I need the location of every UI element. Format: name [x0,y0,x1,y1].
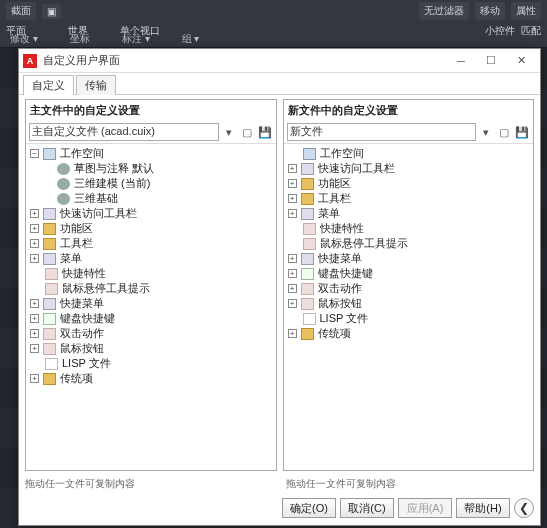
tree-node-label: 双击动作 [318,281,362,296]
tree-node[interactable]: +传统项 [286,326,532,341]
expand-icon[interactable]: + [288,254,297,263]
tree-node[interactable]: +快速访问工具栏 [286,161,532,176]
tab-customize[interactable]: 自定义 [23,75,74,95]
help-button[interactable]: 帮助(H) [456,498,510,518]
tree-node[interactable]: 鼠标悬停工具提示 [28,281,274,296]
tree-node[interactable]: +工具栏 [286,191,532,206]
expand-icon[interactable]: + [30,239,39,248]
tree-node[interactable]: 快捷特性 [286,221,532,236]
tree-node[interactable]: +键盘快捷键 [28,311,274,326]
ribbon-tab-groups[interactable]: 组 ▾ [182,32,200,46]
expand-icon[interactable]: + [30,224,39,233]
left-pane: 主文件中的自定义设置 主自定义文件 (acad.cuix) ▾ ▢ 💾 −工作空… [25,99,277,471]
close-button[interactable]: ✕ [506,51,536,71]
maximize-button[interactable]: ☐ [476,51,506,71]
expand-icon[interactable]: + [288,299,297,308]
tree-node[interactable]: LISP 文件 [286,311,532,326]
ribbon-tab-coords[interactable]: 坐标 [70,32,90,46]
ribbon-gizmo[interactable]: 小控件 [485,24,515,38]
left-pane-title: 主文件中的自定义设置 [26,100,276,121]
expand-icon[interactable]: + [288,164,297,173]
tree-node-label: 鼠标按钮 [60,341,104,356]
expand-icon[interactable]: + [288,209,297,218]
tree-node-label: 快速访问工具栏 [318,161,395,176]
expand-icon[interactable]: + [288,269,297,278]
twisty-spacer [288,239,299,248]
tree-node-label: 键盘快捷键 [60,311,115,326]
gear-icon [57,178,70,190]
tree-node[interactable]: 快捷特性 [28,266,274,281]
ribbon-tab-modify[interactable]: 修改 ▾ [10,32,38,46]
menu-icon [43,208,56,220]
expand-icon[interactable]: + [288,194,297,203]
left-file-combo[interactable]: 主自定义文件 (acad.cuix) [29,123,219,141]
open-icon[interactable]: ▢ [239,124,255,140]
tree-node[interactable]: 鼠标悬停工具提示 [286,236,532,251]
ribbon-tab-dims[interactable]: 标注 ▾ [122,32,150,46]
expand-button[interactable]: ❮ [514,498,534,518]
hand-icon [303,238,316,250]
hand-icon [45,268,58,280]
tree-node[interactable]: +功能区 [286,176,532,191]
expand-icon[interactable]: + [288,329,297,338]
ribbon-section-btn[interactable]: 截面 [6,2,36,20]
tree-node[interactable]: +工具栏 [28,236,274,251]
save-icon[interactable]: 💾 [257,124,273,140]
ribbon-props[interactable]: 属性 [511,2,541,20]
tree-node[interactable]: +快捷菜单 [28,296,274,311]
apply-button[interactable]: 应用(A) [398,498,452,518]
tree-node[interactable]: +快速访问工具栏 [28,206,274,221]
tree-node[interactable]: +功能区 [28,221,274,236]
tree-node[interactable]: +鼠标按钮 [28,341,274,356]
tree-node[interactable]: −工作空间 [28,146,274,161]
expand-icon[interactable]: + [288,284,297,293]
right-tree[interactable]: 工作空间+快速访问工具栏+功能区+工具栏+菜单快捷特性鼠标悬停工具提示+快捷菜单… [284,144,534,470]
ok-button[interactable]: 确定(O) [282,498,336,518]
lisp-icon [45,358,58,370]
left-pane-toolbar: 主自定义文件 (acad.cuix) ▾ ▢ 💾 [26,121,276,144]
expand-icon[interactable]: + [30,299,39,308]
folder-icon [301,178,314,190]
expand-icon[interactable]: + [30,344,39,353]
expand-icon[interactable]: + [30,254,39,263]
ribbon-move[interactable]: 移动 [475,2,505,20]
ribbon-match[interactable]: 匹配 [521,24,541,38]
tree-node[interactable]: 三维基础 [28,191,274,206]
tree-node[interactable]: +键盘快捷键 [286,266,532,281]
tab-transfer[interactable]: 传输 [76,75,116,95]
tree-node[interactable]: 草图与注释 默认 [28,161,274,176]
tree-node-label: 快捷特性 [62,266,106,281]
tree-node[interactable]: LISP 文件 [28,356,274,371]
tree-node-label: 快捷菜单 [60,296,104,311]
collapse-icon[interactable]: − [30,149,39,158]
left-tree[interactable]: −工作空间草图与注释 默认三维建模 (当前)三维基础+快速访问工具栏+功能区+工… [26,144,276,470]
expand-icon[interactable]: + [30,314,39,323]
right-file-combo[interactable]: 新文件 [287,123,477,141]
tree-node[interactable]: +快捷菜单 [286,251,532,266]
tree-node[interactable]: +菜单 [286,206,532,221]
ribbon-icon-btn[interactable]: ▣ [42,4,61,19]
tree-node-label: 键盘快捷键 [318,266,373,281]
twisty-spacer [288,224,299,233]
dropdown-icon[interactable]: ▾ [221,124,237,140]
expand-icon[interactable]: + [30,209,39,218]
ribbon-filter[interactable]: 无过滤器 [419,2,469,20]
expand-icon[interactable]: + [30,329,39,338]
menu-icon [43,253,56,265]
tree-node[interactable]: 三维建模 (当前) [28,176,274,191]
open-icon[interactable]: ▢ [496,124,512,140]
tree-node-label: 鼠标悬停工具提示 [62,281,150,296]
minimize-button[interactable]: ─ [446,51,476,71]
tree-node[interactable]: +双击动作 [286,281,532,296]
expand-icon[interactable]: + [30,374,39,383]
tree-node[interactable]: +菜单 [28,251,274,266]
tree-node[interactable]: +鼠标按钮 [286,296,532,311]
dropdown-icon[interactable]: ▾ [478,124,494,140]
tree-node[interactable]: +传统项 [28,371,274,386]
tree-node[interactable]: +双击动作 [28,326,274,341]
expand-icon[interactable]: + [288,179,297,188]
dialog-titlebar[interactable]: A 自定义用户界面 ─ ☐ ✕ [19,49,540,73]
save-icon[interactable]: 💾 [514,124,530,140]
cancel-button[interactable]: 取消(C) [340,498,394,518]
tree-node[interactable]: 工作空间 [286,146,532,161]
